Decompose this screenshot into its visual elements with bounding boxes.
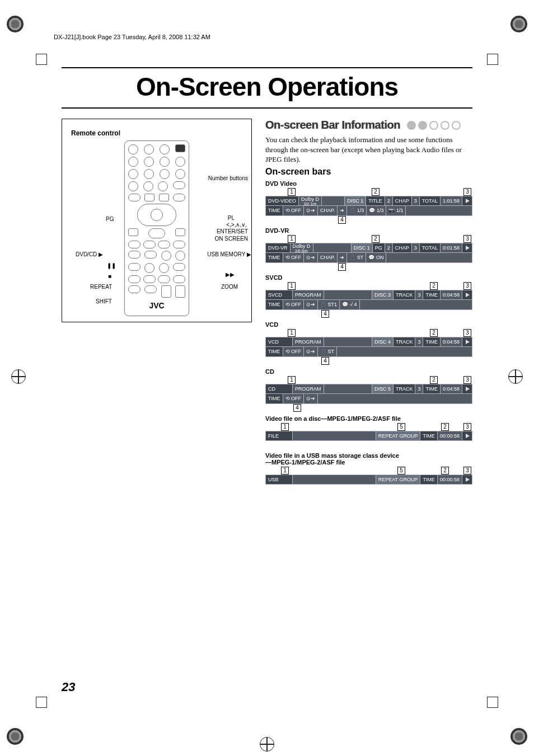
label-shift: SHIFT	[96, 298, 112, 304]
label-dvd-cd: DVD/CD ▶	[76, 251, 103, 257]
cell-spacer	[324, 290, 372, 299]
remote-column: Remote control JVC Nu	[62, 119, 252, 494]
cell-aud: 🎵 ST	[347, 253, 366, 262]
callout-1: 1	[288, 235, 296, 243]
label-repeat: REPEAT	[90, 284, 112, 290]
subhead-on-screen-bars: On-screen bars	[265, 167, 472, 177]
corner-mark-icon	[36, 697, 47, 708]
cell-spacer	[360, 300, 472, 309]
osd-file-disc: 1 5 2 3 FILE REPEAT GROUP TIME 00:00:58	[265, 423, 472, 449]
cell-time: 0:04:58	[441, 337, 462, 346]
cell-repeat: ⟲ OFF	[283, 347, 305, 356]
cell-spacer	[318, 394, 472, 403]
cell-audio-codec: Dolby D	[293, 244, 311, 249]
cell-disc: DISC 1	[352, 243, 373, 252]
cell-track-label: TRACK	[394, 384, 416, 393]
callout-4: 4	[293, 404, 301, 412]
label-enter-set: ENTER/SET	[217, 228, 248, 234]
cell-play-icon	[462, 337, 472, 346]
cell-time: 0:04:58	[441, 290, 462, 299]
cell-aud: 🎵 1/3	[347, 206, 367, 215]
label-number-buttons: Number buttons	[208, 175, 248, 181]
cell-time-label: TIME	[423, 384, 441, 393]
cell-media-type: CD	[266, 384, 293, 393]
cell-pg-n: 2	[385, 243, 393, 252]
section-intro: You can check the playback information a…	[265, 135, 472, 165]
cell-play-icon	[462, 431, 472, 440]
cell-chap-label: CHAP	[393, 196, 412, 205]
cell-time-label: TIME	[423, 290, 441, 299]
callout-2: 2	[430, 376, 438, 384]
cell-spacer	[293, 431, 376, 440]
cell-chap-n: 3	[412, 196, 420, 205]
callout-3: 3	[463, 282, 471, 290]
callout-3: 3	[463, 329, 471, 337]
cell-spacer	[293, 475, 376, 484]
cell-track-n: 3	[415, 384, 423, 393]
brand-logo: JVC	[128, 301, 185, 310]
bar-label-cd: CD	[265, 368, 472, 375]
cell-total-label: TOTAL	[420, 196, 441, 205]
cell-spacer	[324, 337, 372, 346]
osd-vcd: 1 2 3 4 VCD PROGRAM DISC 4 TRACK 3 TIME …	[265, 329, 472, 365]
disc-dots-icon	[407, 121, 461, 130]
cell-pg-label: PG	[373, 243, 385, 252]
cell-title-n: 2	[385, 196, 393, 205]
cell-aud: 🎵 ST	[318, 347, 337, 356]
callout-5: 5	[397, 467, 405, 475]
cell-arrow: ➔	[338, 206, 347, 215]
callout-3: 3	[463, 188, 471, 196]
callout-4: 4	[338, 263, 346, 271]
callout-4: 4	[338, 216, 346, 224]
callout-1: 1	[288, 329, 296, 337]
cell-time-label: TIME	[423, 337, 441, 346]
osd-file-usb: 1 5 2 3 USB REPEAT GROUP TIME 00:00:58	[265, 467, 472, 492]
cell-time-label: TIME	[266, 253, 283, 262]
cell-play-icon	[462, 243, 472, 252]
label-on-screen: ON SCREEN	[215, 236, 248, 242]
label-ffwd: ▶▶	[226, 271, 235, 278]
cell-spacer	[313, 243, 352, 252]
bar-label-svcd: SVCD	[265, 274, 472, 281]
cell-time: 1:01:58	[441, 196, 462, 205]
cell-title-label: TITLE	[366, 196, 385, 205]
cell-spacer	[337, 347, 472, 356]
cell-sub: 💬 1/3	[367, 206, 386, 215]
callout-3: 3	[463, 376, 471, 384]
register-mark-icon	[508, 369, 523, 384]
label-nav: <,>,∧,∨,	[226, 222, 247, 228]
cell-media-type: VCD	[266, 337, 293, 346]
cell-audio-codec: Dolby D	[301, 197, 319, 202]
cell-play-icon	[462, 384, 472, 393]
page-title-band: On-Screen Operations	[62, 67, 472, 109]
bar-label-dvd-vr: DVD-VR	[265, 227, 472, 234]
osd-column: On-screen Bar Information You can check …	[265, 119, 472, 494]
cell-spacer	[386, 253, 472, 262]
corner-mark-icon	[487, 54, 498, 65]
cell-chap: CHAP.	[318, 206, 338, 215]
cell-disc: DISC 1	[345, 196, 366, 205]
cell-chap-label: CHAP	[393, 243, 412, 252]
page-content: On-Screen Operations Remote control	[62, 67, 472, 694]
cell-track-label: TRACK	[394, 290, 416, 299]
callout-4: 4	[321, 357, 329, 365]
label-pg: PG	[106, 216, 114, 222]
cell-chap: CHAP.	[318, 253, 338, 262]
callout-3: 3	[463, 423, 471, 431]
cell-track-label: TRACK	[394, 337, 416, 346]
callout-1: 1	[288, 376, 296, 384]
cell-play-icon	[462, 196, 472, 205]
cell-media-type: DVD-VR	[266, 243, 291, 252]
cell-goto: ⊙➔	[304, 347, 318, 356]
cell-media-type: USB	[266, 475, 293, 484]
cell-time-label: TIME	[266, 347, 283, 356]
callout-2: 2	[430, 282, 438, 290]
cell-spacer	[322, 196, 345, 205]
callout-1: 1	[288, 282, 296, 290]
callout-2: 2	[430, 329, 438, 337]
bar-label-dvd-video: DVD Video	[265, 180, 472, 187]
callout-1: 1	[281, 467, 289, 475]
cell-play-icon	[462, 290, 472, 299]
cell-time-label: TIME	[420, 475, 438, 484]
cell-angle: 📷 1/1	[386, 206, 406, 215]
